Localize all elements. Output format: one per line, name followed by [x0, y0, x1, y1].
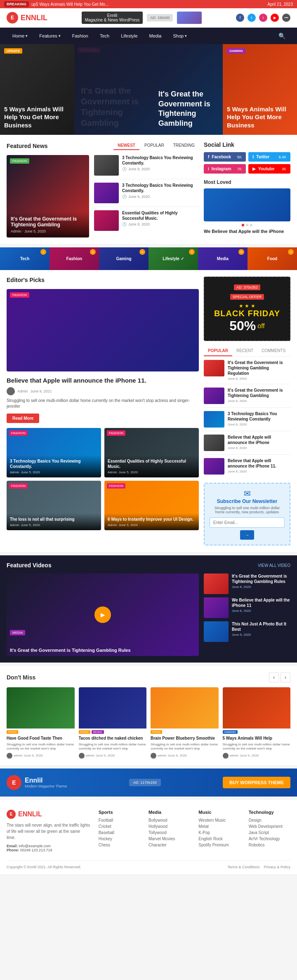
tab-newest[interactable]: NEWEST	[113, 141, 139, 150]
more-icon[interactable]: •••	[282, 14, 290, 22]
youtube-follow[interactable]: ▶ Youtube 3K	[248, 164, 290, 174]
most-loved-image[interactable]	[204, 188, 290, 221]
instagram-icon: i	[208, 167, 209, 171]
featured-main-article[interactable]: FASHION It's Great the Government is Tig…	[7, 155, 89, 237]
editors-card[interactable]: FASHION Essential Qualities of Highly Su…	[104, 428, 199, 477]
newsletter-email-input[interactable]	[210, 517, 285, 528]
category-media[interactable]: Media 5	[198, 247, 248, 270]
video-main[interactable]: ▶ MEDIA It's Great the Government is Tig…	[7, 573, 199, 656]
dont-miss-card[interactable]: GAMING 5 Ways Animals Will Help Struggli…	[223, 687, 291, 759]
nav-features[interactable]: Features ▾	[33, 28, 66, 43]
card-author: Admin	[108, 523, 117, 527]
footer-link[interactable]: Western Music	[198, 818, 240, 823]
list-item[interactable]: 3 Technology Basics You Reviewing Consta…	[94, 155, 199, 179]
view-all-videos[interactable]: VIEW ALL VIDEO	[258, 563, 290, 568]
category-fashion[interactable]: Fashion 3	[50, 247, 99, 270]
footer-link[interactable]: Web Development	[249, 824, 290, 829]
hero-main[interactable]: FEATURED It's Great the Government is Ti…	[74, 44, 223, 135]
video-item[interactable]: It's Great the Government is Tightening …	[204, 573, 290, 594]
footer-link[interactable]: Cricket	[99, 824, 140, 829]
footer-link[interactable]: Bollywood	[148, 818, 190, 823]
footer-link[interactable]: K-Pop	[198, 830, 240, 835]
search-button[interactable]: 🔍	[273, 28, 290, 44]
dm-avatar	[79, 753, 85, 759]
instagram-follow[interactable]: i Instagram 7K	[204, 164, 246, 174]
nav-media[interactable]: Media	[144, 28, 167, 43]
buy-theme-button[interactable]: BUY WORPRESS THEME	[223, 777, 290, 788]
footer-col-list: Design Web Development Java Script Ar/Vr…	[249, 818, 290, 847]
dont-miss-card[interactable]: FOOD Brain Power Blueberry Smoothie Stru…	[151, 687, 219, 759]
arrow-prev[interactable]: ‹	[269, 672, 279, 682]
tab-trending[interactable]: TRENDING	[169, 141, 199, 150]
read-more-button[interactable]: Read More	[7, 414, 39, 423]
footer-link[interactable]: Chess	[99, 843, 140, 847]
category-lifestyle[interactable]: Lifestyle ✓ 5	[148, 247, 198, 270]
dot	[250, 224, 252, 226]
video-item-title: It's Great the Government is Tightening …	[232, 573, 290, 584]
instagram-icon[interactable]: i	[259, 14, 267, 22]
dm-card-meta: admin June 9, 2020	[79, 753, 147, 759]
twitter-icon[interactable]: t	[248, 14, 256, 22]
footer-link[interactable]: Robotics	[249, 843, 290, 847]
article-date: June 9, 2021	[31, 389, 52, 393]
footer-link[interactable]: Hollywood	[148, 824, 190, 829]
editors-feature[interactable]: FASHION	[7, 289, 199, 371]
footer-link[interactable]: English Rock	[198, 837, 240, 841]
terms-link[interactable]: Terms & Conditions	[227, 865, 259, 869]
editors-card[interactable]: FASHION The loss is not all that surpris…	[7, 481, 101, 530]
tab-popular[interactable]: POPULAR	[140, 141, 168, 150]
sidebar-item-image	[204, 360, 224, 376]
footer-link[interactable]: Hockey	[99, 837, 140, 841]
play-button[interactable]: ▶	[94, 606, 111, 623]
list-item[interactable]: Essential Qualities of Highly Successful…	[94, 210, 199, 234]
list-item[interactable]: 3 Technology Basics You Reviewing Consta…	[204, 411, 290, 431]
list-item[interactable]: Believe that Apple will announce the iPh…	[204, 458, 290, 478]
nav-shop[interactable]: Shop ▾	[167, 28, 193, 43]
list-item[interactable]: Believe that Apple will announce the iPh…	[204, 435, 290, 455]
newsletter-submit[interactable]: →	[240, 530, 254, 540]
privacy-link[interactable]: Privacy & Policy	[264, 865, 290, 869]
editors-card[interactable]: FASHION 6 Ways to Instantly Improve your…	[104, 481, 199, 530]
list-item[interactable]: It's Great the Government is Tightening …	[204, 388, 290, 408]
facebook-follow[interactable]: f Facebook 5K	[204, 152, 246, 162]
footer-link[interactable]: Spotify Premium	[198, 843, 240, 847]
video-item[interactable]: This Not Just A Photo But It Best June 9…	[204, 621, 290, 642]
carousel-dots	[204, 224, 290, 226]
nav-lifestyle[interactable]: Lifestyle	[115, 28, 143, 43]
nav-tech[interactable]: Tech	[94, 28, 115, 43]
footer-link[interactable]: Ar/Vr Technology	[249, 837, 290, 841]
category-gaming[interactable]: Gaming 4	[99, 247, 148, 270]
category-lifestyle-count: 5	[189, 249, 195, 255]
footer-link[interactable]: Tollywood	[148, 830, 190, 835]
dont-miss-card[interactable]: FOOD MUSIC Tacos ditched the naked chick…	[79, 687, 147, 759]
featured-main-area: Featured News NEWEST POPULAR TRENDING FA…	[7, 141, 199, 237]
footer-link[interactable]: Baseball	[99, 830, 140, 835]
sidebar-tab-comments[interactable]: COMMENTS	[257, 346, 290, 356]
arrow-next[interactable]: ›	[280, 672, 290, 682]
twitter-follow[interactable]: t Twitter 8.4K	[248, 152, 290, 162]
footer-link[interactable]: Character	[148, 843, 190, 847]
dm-avatar	[223, 753, 229, 759]
category-tech[interactable]: Tech 2	[0, 247, 50, 270]
sidebar-tab-recent[interactable]: RECENT	[232, 346, 257, 356]
footer-link[interactable]: Marvel Movies	[148, 837, 190, 841]
editors-card[interactable]: FASHION 3 Technology Basics You Reviewin…	[7, 428, 101, 477]
editors-feature-badge: FASHION	[10, 292, 29, 298]
sidebar-tab-popular[interactable]: POPULAR	[204, 346, 232, 356]
footer-link[interactable]: Metal	[198, 824, 240, 829]
nav-home[interactable]: Home ▾	[7, 28, 33, 43]
footer-link[interactable]: Football	[99, 818, 140, 823]
youtube-icon[interactable]: ▶	[271, 14, 279, 22]
dont-miss-card[interactable]: FOOD Have Good Food Taste Then Strugglin…	[7, 687, 75, 759]
featured-main-badge: FASHION	[10, 158, 29, 164]
nav-fashion[interactable]: Fashion	[66, 28, 94, 43]
list-item[interactable]: 3 Technology Basics You Reviewing Consta…	[94, 183, 199, 207]
list-item-title: Essential Qualities of Highly Successful…	[122, 210, 199, 221]
logo[interactable]: E ENNLIL	[7, 12, 47, 24]
list-item[interactable]: It's Great the Government is Tightening …	[204, 360, 290, 384]
category-food[interactable]: Food 3	[248, 247, 297, 270]
facebook-icon[interactable]: f	[236, 14, 244, 22]
footer-link[interactable]: Design	[249, 818, 290, 823]
footer-link[interactable]: Java Script	[249, 830, 290, 835]
video-item[interactable]: We Believe that Apple will the iPhone 11…	[204, 597, 290, 618]
